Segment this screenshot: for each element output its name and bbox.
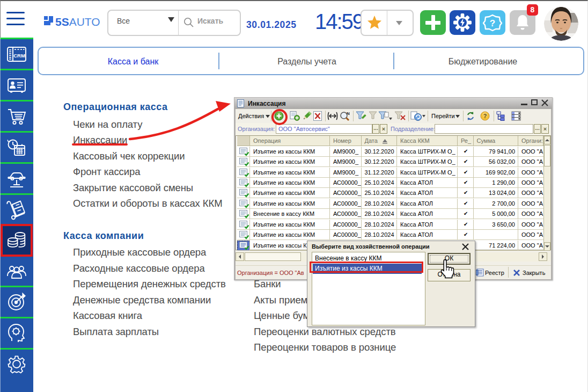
svg-text:?: ? [490,18,495,28]
svg-text:?: ? [483,113,487,119]
svg-text:N: N [347,111,350,116]
svg-text:CRM: CRM [13,53,25,59]
